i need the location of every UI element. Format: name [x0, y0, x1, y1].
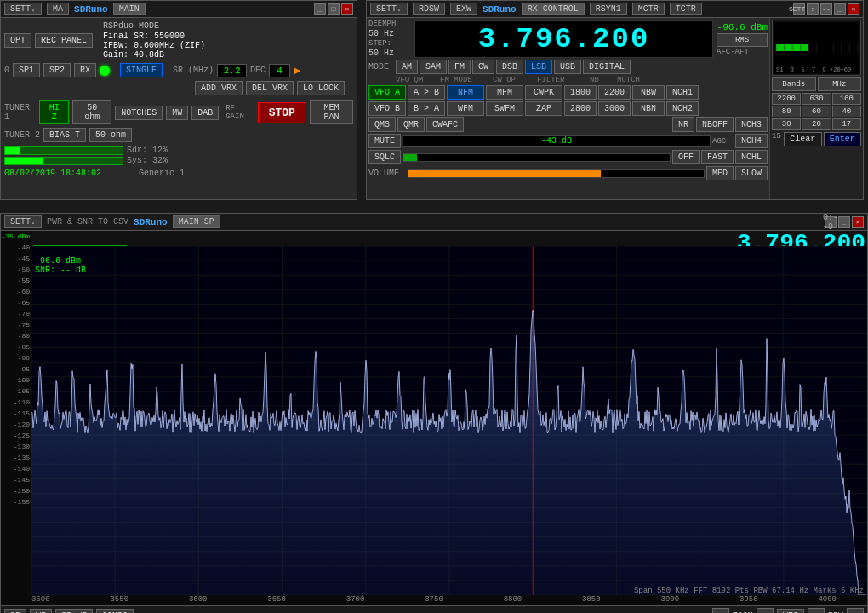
- spectrum-canvas-area[interactable]: S12345 6789+10+20 +30+40+50+60 3.796.200…: [31, 231, 867, 595]
- am-button[interactable]: AM: [396, 60, 418, 74]
- mute-button[interactable]: MUTE: [368, 134, 401, 148]
- nch1-button[interactable]: NCH1: [666, 85, 699, 100]
- combo-tab-button[interactable]: COMBO: [96, 609, 134, 614]
- sp1-button[interactable]: SP1: [13, 63, 40, 77]
- bands-button[interactable]: Bands: [772, 77, 816, 91]
- zoom-left-button[interactable]: ◀: [712, 608, 729, 613]
- band-30[interactable]: 30: [772, 118, 801, 130]
- b-a-button[interactable]: B > A: [408, 101, 445, 116]
- sqlc-button[interactable]: SQLC: [368, 150, 401, 164]
- tab-exw[interactable]: EXW: [450, 3, 477, 15]
- dec-input[interactable]: [269, 64, 290, 77]
- vfo-bottom-button[interactable]: VFO: [777, 609, 804, 614]
- close-btn-right[interactable]: ✕: [848, 3, 859, 15]
- sr-input[interactable]: [217, 64, 247, 77]
- sp-tab-button[interactable]: SP: [4, 609, 26, 614]
- tab-rx-control[interactable]: RX CONTROL: [522, 3, 585, 15]
- nch4-button[interactable]: NCH4: [735, 134, 768, 148]
- lsb-button[interactable]: LSB: [525, 60, 552, 74]
- cw-button[interactable]: CW: [472, 60, 494, 74]
- band-20[interactable]: 20: [802, 118, 831, 130]
- pwr-snr-tab[interactable]: PWR & SNR TO CSV: [47, 217, 128, 226]
- fm-button[interactable]: FM: [448, 60, 471, 74]
- tab-main-left[interactable]: MAIN: [113, 3, 146, 15]
- filter-2200-button[interactable]: 2200: [598, 85, 631, 100]
- swfm-button[interactable]: SWFM: [486, 101, 523, 116]
- tuner2-bias-button[interactable]: BIAS-T: [43, 128, 86, 142]
- nboff-button[interactable]: NBOFF: [696, 117, 734, 132]
- tab-rdsw[interactable]: RDSW: [413, 3, 445, 15]
- tab-main-sp[interactable]: MAIN SP: [173, 215, 220, 228]
- dab-button[interactable]: DAB: [191, 106, 219, 120]
- info-icon[interactable]: ▶: [294, 63, 300, 77]
- tab-mctr[interactable]: MCTR: [632, 3, 665, 15]
- dsb-button[interactable]: DSB: [496, 60, 523, 74]
- sam-button[interactable]: SAM: [420, 60, 447, 74]
- filter-1800-button[interactable]: 1800: [564, 85, 597, 100]
- cwpk-button[interactable]: CWPK: [525, 85, 562, 100]
- single-mode-button[interactable]: SINGLE: [120, 63, 163, 77]
- zoom-right-button[interactable]: ▶: [757, 608, 774, 613]
- vfoa-button[interactable]: VFO A: [368, 85, 406, 100]
- tab-tctr[interactable]: TCTR: [670, 3, 702, 15]
- sp2-button[interactable]: SP2: [43, 63, 71, 77]
- tuner1-hiz-button[interactable]: HI Z: [39, 100, 69, 124]
- minimize-btn-bottom[interactable]: _: [838, 216, 850, 228]
- opt-button[interactable]: OPT: [4, 33, 31, 48]
- band-80[interactable]: 80: [772, 106, 801, 117]
- minimize-btn-left[interactable]: _: [314, 3, 326, 15]
- tab-sett-bottom[interactable]: SETT.: [4, 215, 42, 228]
- usb-button[interactable]: USB: [554, 60, 581, 74]
- del-vrx-button[interactable]: DEL VRX: [246, 81, 294, 95]
- digital-button[interactable]: DIGITAL: [583, 60, 631, 74]
- tab-sett-right[interactable]: SETT.: [370, 3, 408, 15]
- rms-button[interactable]: RMS: [717, 33, 768, 47]
- tuner2-ohm-button[interactable]: 50 ohm: [89, 128, 132, 142]
- nbw-button[interactable]: NBW: [632, 85, 665, 100]
- qms-button[interactable]: QMS: [368, 117, 396, 132]
- tab-rsyn1[interactable]: RSYN1: [590, 3, 627, 15]
- spectrum-main-canvas[interactable]: [31, 246, 867, 595]
- close-btn-bottom[interactable]: ✕: [852, 216, 864, 228]
- band-160[interactable]: 160: [832, 93, 861, 105]
- nbn-button[interactable]: NBN: [632, 101, 665, 116]
- tab-ma[interactable]: MA: [47, 3, 69, 15]
- enter-button[interactable]: Enter: [824, 132, 862, 146]
- mfm-button[interactable]: MFM: [486, 85, 523, 100]
- frequency-display[interactable]: 3.796.200: [414, 20, 713, 58]
- band-630[interactable]: 630: [802, 93, 831, 105]
- notches-button[interactable]: NOTCHES: [115, 106, 163, 120]
- fast-button[interactable]: FAST: [701, 150, 734, 164]
- rx-button[interactable]: RX: [74, 63, 96, 77]
- tuner1-ohm-button[interactable]: 50 ohm: [72, 100, 111, 124]
- wfm-button[interactable]: WFM: [447, 101, 484, 116]
- vfob-button[interactable]: VFO B: [368, 101, 406, 116]
- nfm-button[interactable]: NFM: [447, 85, 484, 100]
- spwf-tab-button[interactable]: SP+WF: [55, 609, 93, 614]
- nch3-button[interactable]: NCH3: [735, 117, 768, 132]
- band-40[interactable]: 40: [832, 106, 861, 117]
- band-17[interactable]: 17: [832, 118, 861, 130]
- mw-button[interactable]: MW: [166, 106, 188, 120]
- lo-lock-button[interactable]: LO LOCK: [297, 81, 345, 95]
- slow-button[interactable]: SLOW: [735, 166, 768, 180]
- cwafc-button[interactable]: CWAFC: [426, 117, 464, 132]
- med-button[interactable]: MED: [706, 166, 734, 180]
- rbw-right-button[interactable]: ▶: [847, 608, 864, 613]
- band-60[interactable]: 60: [802, 106, 831, 117]
- filter-3000-button[interactable]: 3000: [598, 101, 631, 116]
- mhz-button[interactable]: MHz: [818, 77, 862, 91]
- off-button[interactable]: OFF: [672, 150, 700, 164]
- wf-tab-button[interactable]: WF: [30, 609, 52, 614]
- close-btn-left[interactable]: ✕: [341, 3, 353, 15]
- tab-sett-left[interactable]: SETT.: [4, 3, 42, 15]
- rbw-left-button[interactable]: ◀: [808, 608, 825, 613]
- stop-button[interactable]: STOP: [258, 102, 306, 123]
- qmr-button[interactable]: QMR: [397, 117, 425, 132]
- rec-panel-button[interactable]: REC PANEL: [35, 33, 93, 48]
- nr-button[interactable]: NR: [672, 117, 694, 132]
- maximize-btn-left[interactable]: □: [328, 3, 340, 15]
- zap-button[interactable]: ZAP: [525, 101, 562, 116]
- band-2200[interactable]: 2200: [772, 93, 801, 105]
- nch2-button[interactable]: NCH2: [666, 101, 699, 116]
